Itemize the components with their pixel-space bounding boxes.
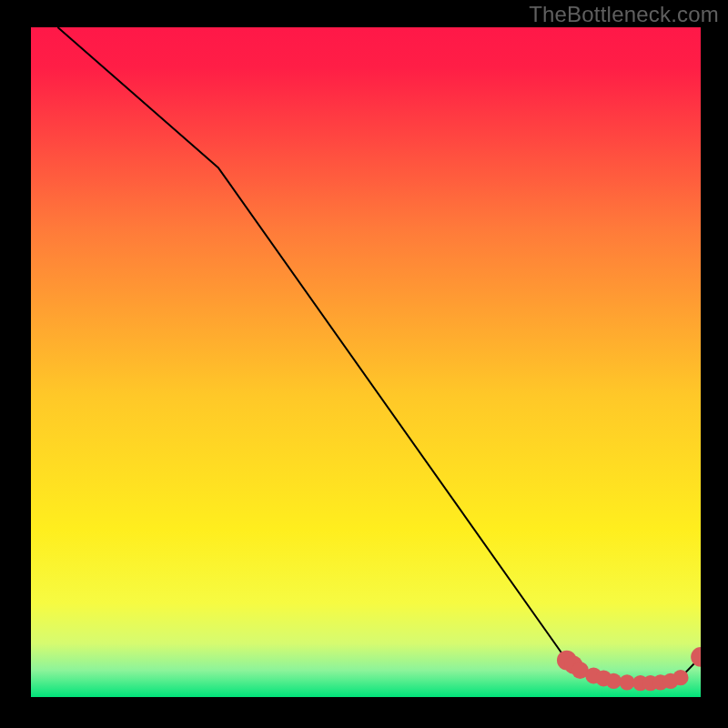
chart-plot <box>31 27 701 697</box>
watermark-text: TheBottleneck.com <box>529 2 719 27</box>
chart-svg <box>31 27 701 697</box>
data-marker <box>606 673 622 689</box>
chart-frame: TheBottleneck.com <box>0 0 728 728</box>
data-marker <box>619 674 634 690</box>
gradient-background <box>31 27 701 697</box>
data-marker <box>672 670 688 685</box>
